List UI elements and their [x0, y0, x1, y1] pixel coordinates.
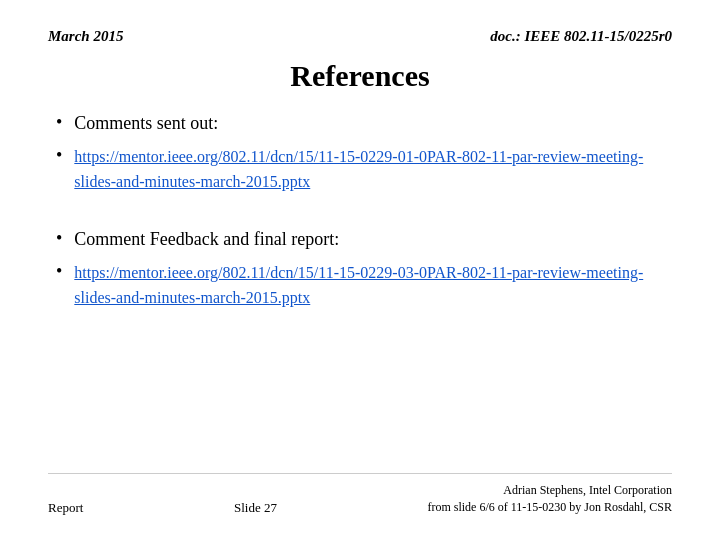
bullet-icon-link-2: •	[56, 261, 62, 282]
footer: Report Slide 27 Adrian Stephens, Intel C…	[48, 473, 672, 516]
bullet-icon-link-1: •	[56, 145, 62, 166]
header: March 2015 doc.: IEEE 802.11-15/0225r0	[48, 28, 672, 45]
slide-title: References	[48, 59, 672, 93]
section-1-label: Comments sent out:	[74, 111, 218, 136]
bullet-link-1: • https://mentor.ieee.org/802.11/dcn/15/…	[56, 144, 672, 194]
section-2: • Comment Feedback and final report: • h…	[56, 227, 672, 311]
section-1-link-container: https://mentor.ieee.org/802.11/dcn/15/11…	[74, 144, 672, 194]
section-1: • Comments sent out: • https://mentor.ie…	[56, 111, 672, 195]
spacer-1	[56, 209, 672, 227]
bullet-link-2: • https://mentor.ieee.org/802.11/dcn/15/…	[56, 260, 672, 310]
slide: March 2015 doc.: IEEE 802.11-15/0225r0 R…	[0, 0, 720, 540]
footer-right-line2: from slide 6/6 of 11-15-0230 by Jon Rosd…	[427, 500, 672, 514]
section-2-link[interactable]: https://mentor.ieee.org/802.11/dcn/15/11…	[74, 264, 643, 306]
footer-right-line1: Adrian Stephens, Intel Corporation	[503, 483, 672, 497]
footer-right: Adrian Stephens, Intel Corporation from …	[427, 482, 672, 516]
bullet-item-1: • Comments sent out:	[56, 111, 672, 136]
bullet-icon-2: •	[56, 228, 62, 249]
slide-content: • Comments sent out: • https://mentor.ie…	[48, 111, 672, 473]
footer-left: Report	[48, 500, 83, 516]
header-date: March 2015	[48, 28, 123, 45]
bullet-item-2: • Comment Feedback and final report:	[56, 227, 672, 252]
section-1-link[interactable]: https://mentor.ieee.org/802.11/dcn/15/11…	[74, 148, 643, 190]
footer-center: Slide 27	[234, 500, 277, 516]
header-doc: doc.: IEEE 802.11-15/0225r0	[490, 28, 672, 45]
section-2-label: Comment Feedback and final report:	[74, 227, 339, 252]
bullet-icon-1: •	[56, 112, 62, 133]
section-2-link-container: https://mentor.ieee.org/802.11/dcn/15/11…	[74, 260, 672, 310]
